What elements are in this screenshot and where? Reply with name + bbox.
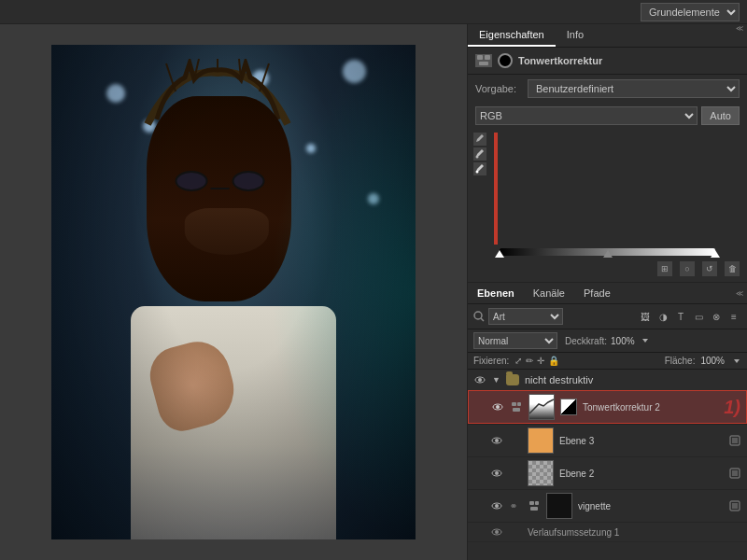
channel-select[interactable]: RGB — [475, 106, 698, 125]
layer2-thumb — [528, 427, 554, 454]
layer4-thumb — [546, 493, 572, 519]
opacity-label: Deckkraft: — [565, 336, 607, 346]
eyedropper-icon[interactable] — [473, 133, 486, 146]
workspace-select[interactable]: Grundelemente — [641, 3, 740, 21]
layer-item-verlauf[interactable]: Verlaufsumssetzung 1 — [468, 523, 747, 542]
tab-kanale[interactable]: Kanäle — [524, 283, 574, 303]
tab-pfade[interactable]: Pfade — [574, 283, 620, 303]
svg-rect-32 — [530, 507, 538, 511]
reset-icon[interactable]: ↺ — [702, 261, 717, 276]
properties-tabs: Eigenschaften Info ≪ — [468, 24, 747, 48]
layer1-name: Tonwertkorrektur 2 — [583, 402, 718, 413]
svg-point-15 — [478, 378, 482, 382]
eye-adj-icon[interactable]: ○ — [680, 261, 695, 276]
blend-mode-select[interactable]: Normal — [473, 332, 557, 349]
delete-adj-icon[interactable]: 🗑 — [725, 261, 740, 276]
preset-select[interactable]: Benutzerdefiniert — [528, 79, 740, 98]
group-arrow-icon[interactable]: ▼ — [492, 375, 500, 385]
svg-rect-18 — [512, 402, 516, 406]
eyedropper3-icon[interactable] — [473, 162, 486, 175]
svg-rect-20 — [513, 408, 520, 412]
layers-panel: Ebenen Kanäle Pfade ≪ Art 🖼 ◑ T ▭ ⊗ ≡ — [468, 283, 747, 560]
svg-rect-30 — [529, 501, 534, 505]
mid-handle[interactable] — [603, 250, 613, 258]
blend-row: Normal Deckkraft: 100% — [468, 329, 747, 353]
fix-position-icon[interactable]: ✛ — [537, 356, 544, 366]
layer3-name: Ebene 2 — [559, 469, 723, 479]
svg-point-26 — [495, 471, 499, 475]
tone-slider[interactable] — [500, 248, 715, 256]
group-eye-icon[interactable] — [473, 373, 486, 386]
layer3-eye-icon[interactable] — [490, 467, 503, 480]
photo-container — [51, 45, 416, 539]
fix-move-icon[interactable]: ⤢ — [514, 356, 522, 366]
svg-point-23 — [495, 439, 499, 442]
layer1-badge: 1) — [724, 397, 740, 418]
layer-group-header[interactable]: ▼ nicht destruktiv — [468, 370, 747, 390]
smart-filter-icon[interactable]: ⊗ — [709, 309, 724, 324]
svg-marker-13 — [734, 359, 740, 363]
highlight-handle[interactable] — [711, 250, 720, 258]
histogram-label: 2) — [494, 174, 498, 203]
layers-tabs: Ebenen Kanäle Pfade ≪ — [468, 283, 747, 304]
slider-row — [468, 248, 747, 259]
layer3-end-icon — [728, 467, 741, 480]
layer4-eye-icon[interactable] — [490, 499, 503, 512]
hist-controls: ⊞ ○ ↺ 🗑 — [468, 259, 747, 278]
shirt — [131, 306, 336, 539]
layer4-name: vignette — [578, 501, 723, 511]
new-image-icon[interactable]: 🖼 — [638, 309, 653, 324]
layers-controls: Art 🖼 ◑ T ▭ ⊗ ≡ — [468, 304, 747, 329]
tab-info[interactable]: Info — [556, 24, 595, 47]
layer4-adj-icon2 — [528, 499, 541, 512]
folder-icon — [506, 374, 519, 385]
top-bar: Grundelemente — [0, 0, 747, 24]
fix-label: Fixieren: — [473, 356, 509, 366]
layer-options-icon[interactable]: ≡ — [726, 309, 741, 324]
layer2-eye-icon[interactable] — [490, 434, 503, 447]
adjustment-layer-icon[interactable]: ◑ — [655, 309, 670, 324]
layers-collapse-button[interactable]: ≪ — [732, 289, 747, 298]
layer1-thumb — [529, 394, 555, 420]
fix-lock-icon[interactable]: 🔒 — [548, 356, 559, 366]
layer-item-ebene3[interactable]: Ebene 3 — [468, 425, 747, 457]
layer-type-select[interactable]: Art — [488, 308, 563, 325]
tool-icons — [473, 129, 486, 248]
preset-label: Vorgabe: — [475, 83, 522, 94]
layer1-mask — [560, 399, 577, 415]
layer-icons: 🖼 ◑ T ▭ ⊗ ≡ — [638, 309, 741, 324]
layers-list: ▼ nicht destruktiv — [468, 370, 747, 560]
auto-button[interactable]: Auto — [701, 106, 740, 125]
svg-point-8 — [476, 156, 479, 159]
fill-arrow-icon[interactable] — [732, 357, 741, 366]
svg-point-9 — [476, 171, 479, 174]
tab-eigenschaften[interactable]: Eigenschaften — [468, 24, 556, 47]
fix-brush-icon[interactable]: ✏ — [526, 356, 533, 366]
collapse-button[interactable]: ≪ — [732, 24, 747, 47]
shadow-handle[interactable] — [495, 250, 504, 258]
tab-ebenen[interactable]: Ebenen — [468, 283, 524, 303]
layer2-end-icon — [728, 434, 741, 447]
layer1-eye-icon[interactable] — [491, 400, 504, 413]
layer3-thumb — [528, 460, 554, 486]
shape-icon[interactable]: ▭ — [691, 309, 706, 324]
layer-item-vignette[interactable]: vignette — [468, 490, 747, 523]
properties-panel: Eigenschaften Info ≪ Tonwertkorrektur — [468, 24, 747, 283]
svg-point-35 — [495, 530, 499, 534]
opacity-arrow-icon[interactable] — [641, 336, 650, 345]
right-panel: Eigenschaften Info ≪ Tonwertkorrektur — [467, 24, 747, 560]
svg-rect-6 — [485, 55, 490, 60]
group-name: nicht destruktiv — [525, 374, 741, 385]
channel-row: RGB Auto — [468, 103, 747, 129]
opacity-value: 100% — [611, 336, 635, 346]
layer1-adj-icon — [510, 400, 523, 413]
layer5-name: Verlaufsumssetzung 1 — [528, 527, 741, 538]
histogram-area: 2) — [494, 133, 498, 245]
eyedropper2-icon[interactable] — [473, 147, 486, 161]
svg-point-10 — [474, 312, 482, 319]
layer-item-ebene2[interactable]: Ebene 2 — [468, 457, 747, 490]
layer5-eye-icon[interactable] — [490, 525, 503, 539]
text-icon[interactable]: T — [673, 309, 688, 324]
layer-item-tonwertkorrektur2[interactable]: Tonwertkorrektur 2 1) — [468, 390, 747, 424]
grid-icon[interactable]: ⊞ — [657, 261, 672, 276]
